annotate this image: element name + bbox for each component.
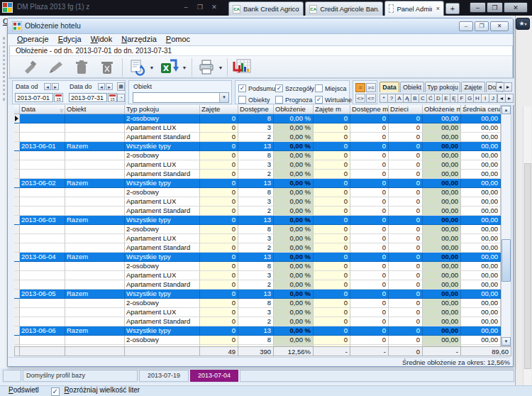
table-row[interactable]: 2-osobowy080,00 %00000,0000,00 [14,262,501,271]
column-tab-zajte[interactable]: Zajęte [461,82,485,92]
table-row[interactable]: Apartament LUX030,00 %00000,0000,00 [14,308,501,317]
child-close-button[interactable]: ✕ [490,21,509,31]
print-button[interactable] [196,57,217,77]
date-from-input[interactable] [15,93,53,102]
browser-tab[interactable]: CABank Credit Agricol... [228,1,304,16]
table-row[interactable]: Apartament Standard020,00 %00000,0000,00 [14,170,501,179]
summary-row[interactable]: 2013-06-02RazemWszystkie typy0130,00 %00… [14,179,501,188]
column-header-3[interactable]: Typ pokoju [125,105,200,114]
match-case-checkbox[interactable]: ✓ [51,387,60,396]
main-minimize-button[interactable]: – [180,3,192,12]
summary-row[interactable]: 2013-06-04RazemWszystkie typy0130,00 %00… [14,253,501,262]
checkbox-podsumuj[interactable]: ✓Podsumuj [238,84,277,92]
column-tab-obiekt[interactable]: Obiekt [400,82,424,92]
menu-item-narzdzia[interactable]: Narzędzia [121,35,157,43]
browser-scrollbar-thumb[interactable] [524,163,531,369]
browser-tab[interactable]: Panel Administr...× [384,1,444,16]
table-row[interactable]: Apartament Standard020,00 %00000,0000,00 [14,280,501,290]
column-header-5[interactable]: Dostępne [238,105,274,114]
menu-item-pomoc[interactable]: Pomoc [166,35,190,43]
table-row[interactable]: 2-osobowy080,00 %00000,0000,00 [14,299,501,308]
summary-row[interactable]: 2013-06-06RazemWszystkie typy0130,00 %00… [14,326,501,336]
browser-new-tab-button[interactable]: + [445,3,460,14]
column-header-10[interactable]: Obłożenie m [423,105,461,114]
operator-button[interactable]: >= [366,83,376,92]
refresh-dropdown-arrow[interactable]: ▼ [148,57,155,77]
table-row[interactable]: Apartament LUX030,00 %00000,0000,00 [14,123,501,133]
main-maximize-button[interactable]: ❐ [194,3,206,12]
selected-row[interactable]: 2-osobowy080,00 %00000,0000,00 [14,114,501,123]
table-row[interactable]: 2-osobowy080,00 %00000,0000,00 [14,151,501,160]
operator-button[interactable]: <> [355,94,365,103]
highlight-label[interactable]: Podświetl [9,386,39,394]
clock-icon[interactable]: ◔ [117,94,125,102]
date-from-prev-button[interactable]: ◂ [44,83,51,90]
tab-scroll-right-icon[interactable]: ▸ [504,82,512,92]
checkbox-box[interactable]: ✓ [238,84,246,92]
column-header-8[interactable]: Dostępne m [350,105,389,114]
browser-maximize-button[interactable]: ❐ [487,2,503,13]
print-dropdown-arrow[interactable]: ▼ [217,57,224,77]
table-scrollbar-thumb[interactable] [501,239,511,282]
column-header-6[interactable]: Obłożenie [274,105,314,114]
chevron-down-icon[interactable]: ▼ [219,93,228,102]
operator-button[interactable]: <= [366,94,376,103]
calendar-grid-icon[interactable]: ▦ [117,82,125,91]
toolbar-grip[interactable] [3,37,5,101]
excel-export-button[interactable]: X [159,57,180,77]
checkbox-szczegóły[interactable]: ✓Szczegóły [275,84,314,92]
main-close-button[interactable]: ✕ [209,3,220,12]
alpha-scroll-right-icon[interactable]: ▸ [505,94,514,103]
checkbox-box[interactable] [315,84,323,92]
scroll-down-icon[interactable]: ▼ [501,337,511,346]
column-header-1[interactable]: Data▽ [20,105,65,114]
excel-dropdown-arrow[interactable]: ▼ [181,57,188,77]
table-row[interactable]: Apartament LUX030,00 %00000,0000,00 [14,271,501,280]
browser-scrollbar[interactable] [523,106,531,385]
tab-close-icon[interactable]: × [435,5,440,12]
checkbox-wirtualne[interactable]: ✓Wirtualne [315,96,352,104]
menu-item-operacje[interactable]: Operacje [17,35,49,43]
date-to-next-button[interactable]: ▸ [106,83,113,90]
scroll-up-icon[interactable]: ▲ [501,106,511,114]
letter-button[interactable]: J [489,94,497,103]
date-to-input[interactable] [69,93,107,102]
summary-row[interactable]: 2013-06-03RazemWszystkie typy0130,00 %00… [14,216,501,225]
table-row[interactable]: Apartament Standard020,00 %00000,0000,00 [14,317,501,326]
browser-close-button[interactable]: ✕ [504,2,528,13]
table-scrollbar[interactable]: ▲ ▼ [501,105,511,346]
checkbox-miejsca[interactable]: Miejsca [315,84,347,92]
column-header-11[interactable]: Średnia cena [461,105,501,114]
menu-item-widok[interactable]: Widok [91,35,113,43]
table-row[interactable]: Apartament LUX030,00 %00000,0000,00 [14,197,501,207]
column-header-2[interactable]: Obiekt [65,105,125,114]
date-to-prev-button[interactable]: ◂ [98,83,105,90]
column-tab-data[interactable]: Data [379,82,399,92]
refresh-button[interactable] [126,57,148,77]
favorites-star-button[interactable]: ★▾ [516,18,530,30]
checkbox-box[interactable]: ✓ [275,84,283,92]
checkbox-prognoza[interactable]: Prognoza [275,96,313,104]
table-row[interactable]: Apartament Standard020,00 %00000,0000,00 [14,207,501,216]
summary-row[interactable]: 2013-06-05RazemWszystkie typy0130,00 %00… [14,290,501,299]
date-from-next-button[interactable]: ▸ [52,83,59,90]
column-header-4[interactable]: Zajęte [200,105,238,114]
date-to-calendar-button[interactable]: 15 [108,93,117,102]
checkbox-box[interactable] [238,96,246,104]
obiekt-combobox[interactable]: ▼ [133,92,229,103]
date-from-calendar-button[interactable]: 15 [54,93,63,102]
table-row[interactable]: Apartament Standard020,00 %00000,0000,00 [14,243,501,253]
child-titlebar[interactable]: Obłożenie hotelu – ❐ ✕ [8,18,513,34]
chart-button[interactable] [231,57,253,77]
table-row[interactable]: Apartament LUX030,00 %00000,0000,00 [14,160,501,170]
browser-minimize-button[interactable]: – [470,2,486,13]
table-row[interactable]: 2-osobowy080,00 %00000,0000,00 [14,188,501,197]
column-tab-typpokoju[interactable]: Typ pokoju [425,82,460,92]
checkbox-box[interactable] [275,96,283,104]
child-maximize-button[interactable]: ❐ [475,21,489,31]
checkbox-box[interactable]: ✓ [315,96,323,104]
table-row[interactable]: Apartament Standard020,00 %00000,0000,00 [14,133,501,142]
summary-row[interactable]: 2013-06-01RazemWszystkie typy0130,00 %00… [14,142,501,151]
table-row[interactable]: 2-osobowy080,00 %00000,0000,00 [14,336,501,345]
operator-button[interactable]: = [355,83,365,92]
